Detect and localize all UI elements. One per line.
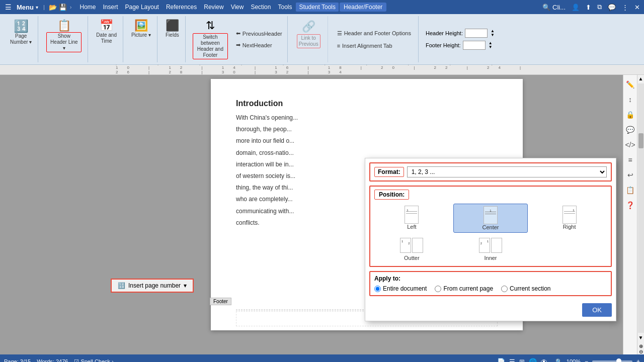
paragraph-2: thorough, the peop... [236, 125, 498, 134]
next-header-button[interactable]: ➡ NextHeader [233, 40, 285, 50]
insert-alignment-button[interactable]: ≡ Insert Alignment Tab [334, 41, 414, 50]
window-icon[interactable]: ⧉ [595, 2, 604, 12]
sidebar-lock-icon[interactable]: 🔒 [624, 109, 636, 120]
menu-bar-right: 🔍 Cli... 👤 ⬆ ⧉ 💬 ⋮ ✕ [540, 2, 642, 12]
scroll-track[interactable] [638, 83, 644, 333]
fields-button[interactable]: ⬛ Fields [163, 18, 182, 40]
header-height-down[interactable]: ▼ [490, 33, 496, 37]
tab-page-layout[interactable]: Page Layout [122, 3, 162, 12]
insert-page-number-button[interactable]: 🔢 Insert page number ▾ [111, 279, 194, 293]
position-right[interactable]: 1 Right [532, 204, 607, 233]
next-header-icon: ➡ [236, 42, 240, 48]
tab-section[interactable]: Section [248, 3, 274, 12]
spell-check-label: Spell Check [80, 358, 110, 362]
position-center[interactable]: 1 Center [453, 204, 528, 233]
apply-current-section[interactable]: Current section [501, 285, 550, 292]
tab-insert[interactable]: Insert [100, 3, 121, 12]
position-label: Position: [374, 190, 409, 200]
footer-label: Footer [210, 298, 231, 305]
insert-alignment-label: Insert Alignment Tab [342, 43, 392, 49]
user-icon[interactable]: 👤 [570, 3, 582, 12]
close-icon[interactable]: ✕ [632, 3, 642, 12]
tab-view[interactable]: View [228, 3, 247, 12]
zoom-minus[interactable]: − [585, 358, 588, 362]
tab-references[interactable]: References [163, 3, 200, 12]
ribbon-link-group: 🔗 Link toPrevious [290, 16, 328, 62]
scroll-zoom-up[interactable]: ⊕ [639, 343, 643, 349]
page-number-button[interactable]: 🔢 PageNumber ▾ [7, 18, 35, 47]
ribbon-height-group: Header Height: ▲ ▼ Footer Height: ▲ ▼ [421, 16, 501, 62]
apply-from-current[interactable]: From current page [435, 285, 493, 292]
tab-review[interactable]: Review [201, 3, 226, 12]
position-inner-label: Inner [484, 255, 497, 261]
save-icon[interactable]: 💾 [59, 4, 67, 11]
header-height-input[interactable] [465, 29, 488, 38]
footer-height-down[interactable]: ▼ [488, 45, 494, 49]
view-read-icon[interactable]: 👁 [541, 358, 547, 363]
view-web-icon[interactable]: 🌐 [529, 358, 537, 363]
view-grid-icon[interactable]: ⊞ [519, 358, 525, 363]
link-previous-label: Link toPrevious [297, 34, 320, 48]
sidebar-history-icon[interactable]: ↩ [626, 169, 635, 180]
prev-header-label: PreviousHeader [243, 31, 282, 37]
ok-button[interactable]: OK [582, 303, 612, 317]
sidebar-clipboard-icon[interactable]: 📋 [624, 185, 636, 196]
apply-entire-doc[interactable]: Entire document [374, 285, 427, 292]
previous-header-button[interactable]: ⬅ PreviousHeader [233, 29, 285, 38]
menu-title[interactable]: Menu [17, 4, 34, 11]
spell-check-row[interactable]: ☑ Spell Check › [74, 358, 113, 363]
sidebar-help-icon[interactable]: ❓ [624, 200, 636, 211]
scroll-thumb[interactable] [638, 133, 643, 148]
footer-height-label: Footer Height: [426, 42, 461, 48]
separator-icon: | [43, 4, 45, 10]
search-icon[interactable]: 🔍 Cli... [540, 3, 568, 12]
view-list-icon[interactable]: ☰ [509, 358, 515, 363]
scroll-zoom-down[interactable]: ⊖ [639, 349, 643, 354]
tab-home[interactable]: Home [76, 3, 99, 12]
position-left[interactable]: 1 Left [374, 204, 449, 233]
more-icon[interactable]: ⋮ [620, 3, 630, 12]
position-outter[interactable]: 1 2 Outter [374, 236, 449, 263]
apply-radio-row: Entire document From current page Curren… [374, 285, 607, 292]
sidebar-code-icon[interactable]: </> [623, 139, 636, 150]
switch-label: Switch betweenHeader and Footer [193, 33, 228, 59]
header-footer-options-button[interactable]: ☰ Header and Footer Options [334, 29, 414, 38]
sidebar-comment-icon[interactable]: 💬 [624, 124, 636, 135]
format-select[interactable]: 1, 2, 3 ... i, ii, iii ... a, b, c ... I… [407, 166, 607, 177]
scroll-up-button[interactable]: ▲ [637, 75, 644, 82]
hamburger-icon[interactable]: ☰ [2, 2, 15, 12]
tab-student-tools[interactable]: Student Tools [296, 3, 339, 12]
left-line1 [406, 211, 417, 212]
open-file-icon[interactable]: 📂 [49, 4, 57, 11]
menu-arrow-icon[interactable]: ▾ [36, 5, 38, 10]
sidebar-edit-icon[interactable]: ✏️ [624, 79, 636, 90]
date-time-button[interactable]: 📅 Date andTime [93, 18, 120, 46]
footer-height-input[interactable] [463, 41, 486, 50]
document-title: Introduction [236, 99, 498, 108]
ribbon-datetime-group: 📅 Date andTime [90, 16, 123, 62]
vertical-scrollbar: ▲ ▼ ⊕ ⊖ [637, 75, 644, 354]
show-header-line-button[interactable]: 📋 ShowHeader Line ▾ [43, 18, 85, 54]
switch-header-footer-button[interactable]: ⇅ Switch betweenHeader and Footer [190, 17, 231, 61]
link-previous-button[interactable]: 🔗 Link toPrevious [293, 18, 325, 50]
ribbon-fields-group: ⬛ Fields [159, 16, 186, 62]
position-inner[interactable]: 1 2 Inner [453, 236, 528, 263]
apply-current-radio[interactable] [435, 286, 441, 292]
view-doc-icon[interactable]: 📄 [497, 358, 505, 363]
apply-entire-radio[interactable] [374, 286, 381, 292]
tab-header-footer[interactable]: Header/Footer [340, 3, 386, 12]
apply-section-radio[interactable] [501, 286, 508, 292]
scroll-down-button[interactable]: ▼ [637, 334, 644, 341]
tab-tools[interactable]: Tools [275, 3, 295, 12]
paragraph-1: With China's opening... [236, 113, 498, 123]
ribbon-page-number-group: 🔢 PageNumber ▾ [4, 16, 38, 62]
zoom-plus[interactable]: + [636, 358, 640, 362]
share-icon[interactable]: ⬆ [584, 3, 593, 12]
position-outter-label: Outter [404, 255, 420, 261]
sidebar-list-icon[interactable]: ≡ [626, 154, 633, 165]
picture-button[interactable]: 🖼️ Picture ▾ [128, 18, 154, 40]
zoom-icon[interactable]: 🔍 [555, 358, 562, 363]
sidebar-resize-icon[interactable]: ↕ [627, 94, 633, 105]
comment-icon[interactable]: 💬 [606, 3, 618, 12]
inner-left-page: 1 2 [479, 238, 490, 253]
